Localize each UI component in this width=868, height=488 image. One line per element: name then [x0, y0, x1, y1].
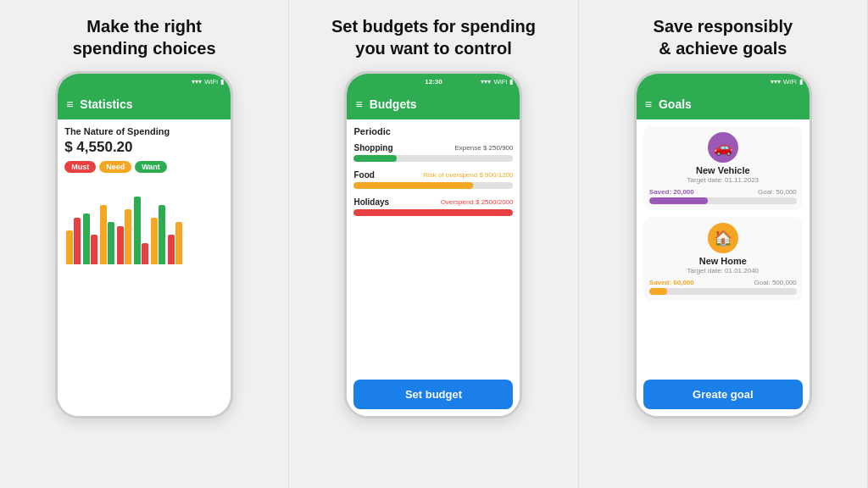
goal-target-amount-home: Goal: 500,000 [754, 279, 797, 286]
status-bar-2: 12:30 ▾▾▾ WiFi ▮ [347, 74, 520, 89]
budget-section-label: Periodic [353, 126, 513, 136]
phone-body-budgets: Periodic Shopping Expense $ 250/900 Food… [347, 119, 520, 416]
wifi-icon: WiFi [493, 78, 507, 86]
bar [66, 230, 73, 264]
status-time: 12:30 [425, 78, 442, 86]
goal-progress-labels-vehicle: Saved: 20,000 Goal: 50,000 [649, 188, 797, 196]
goal-name-vehicle: New Vehicle [696, 165, 750, 175]
budget-item-name-shopping: Shopping [353, 143, 392, 152]
tag-row: Must Need Want [64, 161, 224, 173]
section-statistics: Make the rightspending choices ▾▾▾ WiFi … [0, 0, 289, 488]
bar-group [151, 205, 165, 264]
phone-goals: ▾▾▾ WiFi ▮ ≡ Goals 🚗 New Vehicle Target … [634, 71, 812, 419]
phone-body-statistics: The Nature of Spending $ 4,550.20 Must N… [58, 119, 231, 416]
bar [117, 226, 124, 264]
phone-statistics: ▾▾▾ WiFi ▮ ≡ Statistics The Nature of Sp… [55, 71, 233, 419]
bar [74, 218, 81, 264]
budget-item-food: Food Risk of overspend $ 900/1200 [353, 170, 513, 189]
tag-must[interactable]: Must [64, 161, 96, 173]
section-budgets: Set budgets for spendingyou want to cont… [289, 0, 578, 488]
budget-item-expense-holidays: Overspend $ 2500/2000 [441, 198, 514, 206]
battery-icon: ▮ [220, 78, 224, 86]
appbar-budgets: ≡ Budgets [347, 89, 520, 119]
budget-item-shopping: Shopping Expense $ 250/900 [353, 143, 513, 162]
create-goal-button[interactable]: Greate goal [643, 380, 803, 409]
bar [125, 209, 131, 264]
bar-group [117, 209, 131, 264]
signal-icon: ▾▾▾ [192, 78, 202, 86]
goal-card-home: 🏠 New Home Target date: 01.01.2040 Saved… [643, 217, 803, 301]
budget-item-name-holidays: Holidays [353, 197, 389, 207]
budget-item-expense-shopping: Expense $ 250/900 [455, 144, 514, 152]
menu-icon[interactable]: ≡ [66, 97, 73, 111]
battery-icon: ▮ [799, 78, 803, 86]
stat-subtitle: The Nature of Spending [64, 126, 224, 136]
bar [151, 218, 158, 264]
bar-group [134, 197, 148, 264]
tag-want[interactable]: Want [135, 161, 167, 173]
bar [159, 205, 165, 264]
progress-fill-shopping [353, 155, 397, 162]
bar [175, 222, 182, 264]
progress-track-holidays [353, 209, 513, 216]
phone-budgets: 12:30 ▾▾▾ WiFi ▮ ≡ Budgets Periodic Shop… [344, 71, 522, 419]
section1-title: Make the rightspending choices [73, 15, 216, 59]
section3-title: Save responsibly& achieve goals [654, 15, 793, 59]
bar-chart [64, 180, 224, 264]
budget-item-holidays: Holidays Overspend $ 2500/2000 [353, 197, 513, 216]
bar [91, 235, 97, 264]
appbar-title-goals: Goals [659, 97, 692, 111]
phone-body-goals: 🚗 New Vehicle Target date: 01.11.2023 Sa… [637, 119, 810, 416]
progress-fill-holidays [353, 209, 513, 216]
bar-group [83, 214, 97, 264]
bar [100, 205, 107, 264]
budget-item-name-food: Food [353, 170, 374, 180]
appbar-title-budgets: Budgets [370, 97, 417, 111]
bar [83, 214, 90, 264]
status-bar-3: ▾▾▾ WiFi ▮ [637, 74, 810, 89]
goal-target-vehicle: Target date: 01.11.2023 [687, 176, 760, 184]
battery-icon: ▮ [509, 78, 513, 86]
progress-fill-vehicle [649, 197, 709, 204]
signal-icon: ▾▾▾ [481, 78, 491, 86]
tag-need[interactable]: Need [99, 161, 131, 173]
menu-icon-goals[interactable]: ≡ [645, 97, 652, 111]
section2-title: Set budgets for spendingyou want to cont… [331, 15, 536, 59]
budget-item-header-holidays: Holidays Overspend $ 2500/2000 [353, 197, 513, 207]
wifi-icon: WiFi [204, 78, 218, 86]
appbar-goals: ≡ Goals [637, 89, 810, 119]
bar-group [66, 218, 81, 264]
goal-saved-vehicle: Saved: 20,000 [649, 188, 694, 196]
goal-card-vehicle: 🚗 New Vehicle Target date: 01.11.2023 Sa… [643, 126, 803, 210]
vehicle-icon: 🚗 [708, 132, 738, 163]
stat-amount: $ 4,550.20 [64, 139, 224, 156]
home-icon: 🏠 [708, 223, 738, 253]
set-budget-button[interactable]: Set budget [353, 380, 513, 409]
progress-track-vehicle [649, 197, 797, 204]
progress-track-home [649, 288, 797, 295]
progress-fill-home [649, 288, 667, 295]
bar [142, 243, 148, 264]
goal-progress-labels-home: Saved: 60,000 Goal: 500,000 [649, 279, 797, 286]
goal-target-home: Target date: 01.01.2040 [687, 267, 760, 274]
signal-icon: ▾▾▾ [771, 78, 781, 86]
bar-group [100, 205, 114, 264]
appbar-title-statistics: Statistics [80, 97, 132, 111]
goal-progress-vehicle: Saved: 20,000 Goal: 50,000 [649, 188, 797, 204]
appbar-statistics: ≡ Statistics [58, 89, 231, 119]
budget-item-header-shopping: Shopping Expense $ 250/900 [353, 143, 513, 152]
budget-item-header-food: Food Risk of overspend $ 900/1200 [353, 170, 513, 180]
progress-track-food [353, 182, 513, 189]
status-bar-1: ▾▾▾ WiFi ▮ [58, 74, 231, 89]
progress-fill-food [353, 182, 473, 189]
goal-saved-home: Saved: 60,000 [649, 279, 694, 286]
goal-name-home: New Home [699, 256, 747, 266]
budget-item-expense-food: Risk of overspend $ 900/1200 [423, 171, 513, 179]
progress-track-shopping [353, 155, 513, 162]
bar-group [168, 222, 182, 264]
bar [168, 235, 175, 264]
menu-icon-budgets[interactable]: ≡ [355, 97, 362, 111]
wifi-icon: WiFi [783, 78, 797, 86]
bar [108, 222, 114, 264]
section-goals: Save responsibly& achieve goals ▾▾▾ WiFi… [579, 0, 868, 488]
